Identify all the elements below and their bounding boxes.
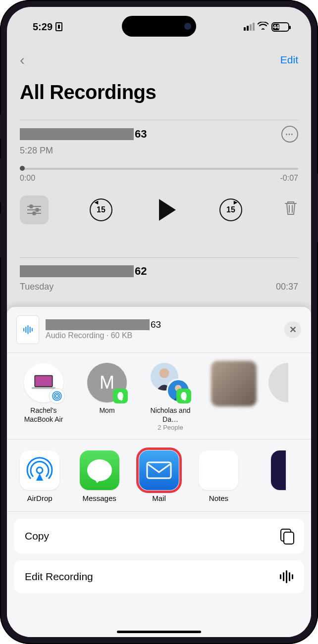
airdrop-icon (20, 450, 59, 490)
cellular-icon (244, 23, 255, 31)
app-airdrop[interactable]: AirDrop (18, 450, 61, 502)
action-edit-recording[interactable]: Edit Recording (14, 560, 304, 593)
app-notes[interactable]: Notes (197, 450, 240, 502)
avatar (24, 363, 63, 402)
action-label: Edit Recording (25, 571, 93, 583)
close-button[interactable]: ✕ (284, 321, 301, 338)
contact-overflow[interactable] (268, 363, 288, 402)
app-overflow-icon (271, 450, 286, 490)
share-actions: Copy Edit Recording (7, 512, 311, 593)
contact-label: Rachel's MacBook Air (17, 406, 70, 424)
contact-macbook[interactable]: Rachel's MacBook Air (17, 363, 70, 431)
airdrop-badge-icon (50, 389, 64, 403)
contact-blurred[interactable] (207, 363, 261, 431)
volume-down (0, 213, 1, 257)
app-messages[interactable]: Messages (77, 450, 121, 502)
svg-point-8 (37, 467, 43, 473)
app-label: Notes (209, 494, 228, 502)
avatar: M (87, 363, 127, 402)
blurred-avatar (211, 361, 257, 406)
file-name-suffix: 63 (151, 319, 161, 330)
svg-point-3 (55, 395, 58, 397)
battery-icon: 44 (271, 22, 289, 32)
svg-rect-1 (35, 376, 52, 387)
app-label: Mail (152, 494, 166, 502)
svg-point-6 (159, 368, 169, 378)
home-indicator[interactable] (117, 631, 201, 633)
app-label: Messages (82, 494, 116, 502)
app-label: AirDrop (27, 494, 53, 502)
redacted-text (46, 319, 150, 330)
messages-badge-icon (113, 389, 128, 403)
file-meta: Audio Recording · 60 KB (46, 331, 284, 340)
camera-dot (184, 23, 191, 30)
share-header: 63 Audio Recording · 60 KB ✕ (7, 307, 311, 353)
app-overflow[interactable] (257, 450, 300, 490)
highlight-annotation (136, 447, 182, 493)
contact-group[interactable]: Nicholas and Da… 2 People (144, 363, 197, 431)
mail-icon (139, 450, 179, 490)
share-contacts-row: Rachel's MacBook Air M Mom (7, 353, 311, 440)
screen: 5:29 44 ‹ Edit All Recordings (7, 7, 311, 637)
messages-badge-icon (176, 389, 191, 403)
sim-icon (55, 22, 62, 31)
svg-point-4 (54, 393, 60, 399)
file-icon (17, 316, 39, 344)
phone-frame: 5:29 44 ‹ Edit All Recordings (0, 0, 318, 644)
dynamic-island (122, 16, 196, 37)
app-mail[interactable]: Mail (137, 450, 181, 502)
copy-icon (280, 529, 293, 544)
battery-level: 44 (273, 24, 279, 30)
file-name: 63 (46, 319, 284, 330)
contact-mom[interactable]: M Mom (80, 363, 134, 431)
contact-label: Mom (99, 406, 114, 415)
svg-rect-2 (32, 387, 56, 389)
mute-switch (0, 114, 1, 139)
contact-sublabel: 2 People (158, 424, 183, 431)
action-label: Copy (25, 530, 49, 542)
wifi-icon (258, 22, 268, 32)
waveform-icon (280, 570, 293, 583)
notes-icon (199, 450, 238, 490)
messages-icon (80, 450, 119, 490)
share-sheet: 63 Audio Recording · 60 KB ✕ Rachel's Ma… (7, 307, 311, 637)
share-apps-row: AirDrop Messages Mail (7, 440, 311, 512)
status-time: 5:29 (33, 21, 53, 33)
contact-label: Nicholas and Da… (144, 406, 197, 424)
volume-up (0, 158, 1, 203)
avatar-group (151, 363, 190, 402)
action-copy[interactable]: Copy (14, 519, 304, 553)
